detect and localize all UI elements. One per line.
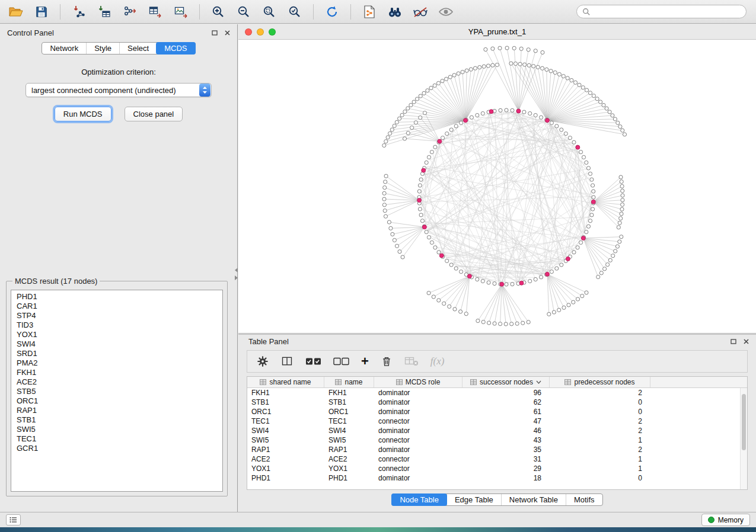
column-type-icon bbox=[470, 379, 477, 385]
mcds-result-item[interactable]: STB5 bbox=[11, 387, 222, 396]
search-input[interactable] bbox=[594, 8, 741, 16]
export-network-button[interactable] bbox=[119, 2, 141, 21]
select-all-columns-button[interactable] bbox=[305, 356, 321, 367]
table-cell: SWI4 bbox=[247, 426, 324, 435]
mcds-result-item[interactable]: ORC1 bbox=[11, 396, 222, 406]
export-web-button[interactable] bbox=[358, 2, 381, 21]
tab-network[interactable]: Network bbox=[42, 43, 86, 54]
vertical-splitter[interactable] bbox=[234, 265, 238, 283]
table-row[interactable]: SWI4SWI4dominator462 bbox=[247, 426, 740, 435]
table-row[interactable]: ORC1ORC1dominator610 bbox=[247, 407, 740, 416]
export-image-button[interactable] bbox=[170, 2, 192, 21]
control-panel-tabbar: Network Style Select MCDS bbox=[42, 42, 195, 55]
table-cell: 35 bbox=[462, 445, 550, 454]
float-window-icon bbox=[731, 339, 736, 344]
column-header-shared-name[interactable]: shared name bbox=[247, 377, 324, 387]
create-column-button[interactable]: + bbox=[361, 356, 369, 367]
apply-layout-button[interactable] bbox=[321, 2, 343, 21]
collapse-right-icon bbox=[235, 275, 238, 280]
column-header-mcds-role[interactable]: MCDS role bbox=[374, 377, 462, 387]
minimize-window-button[interactable] bbox=[257, 28, 264, 36]
function-builder-button[interactable]: f(x) bbox=[430, 355, 445, 367]
table-row[interactable]: TEC1TEC1connector472 bbox=[247, 416, 740, 426]
close-mcds-panel-button[interactable]: Close panel bbox=[125, 107, 183, 121]
tab-motifs[interactable]: Motifs bbox=[566, 494, 602, 505]
find-network-button[interactable] bbox=[384, 2, 406, 21]
mcds-result-item[interactable]: FKH1 bbox=[11, 368, 222, 377]
import-network-icon bbox=[72, 5, 86, 19]
table-row[interactable]: YOX1YOX1connector291 bbox=[247, 464, 740, 473]
tab-network-table[interactable]: Network Table bbox=[501, 494, 566, 505]
table-toolbar: + f(x) bbox=[247, 350, 748, 373]
memory-button[interactable]: Memory bbox=[701, 514, 750, 526]
mcds-result-item[interactable]: PHD1 bbox=[11, 292, 222, 302]
mcds-result-item[interactable]: SRD1 bbox=[11, 349, 222, 358]
maximize-window-button[interactable] bbox=[269, 28, 276, 36]
mcds-result-item[interactable]: TEC1 bbox=[11, 434, 222, 444]
open-session-button[interactable] bbox=[5, 2, 27, 21]
mcds-result-item[interactable]: STB1 bbox=[11, 415, 222, 425]
run-mcds-button[interactable]: Run MCDS bbox=[55, 107, 111, 121]
table-scrollbar-thumb[interactable] bbox=[742, 394, 746, 450]
table-cell-filler bbox=[650, 388, 740, 398]
tab-mcds[interactable]: MCDS bbox=[156, 42, 195, 55]
table-row[interactable]: STB1STB1dominator620 bbox=[247, 398, 740, 407]
table-row[interactable]: FKH1FKH1dominator962 bbox=[247, 388, 740, 398]
show-columns-button[interactable] bbox=[280, 355, 294, 367]
zoom-selected-button[interactable] bbox=[283, 2, 306, 21]
tab-edge-table[interactable]: Edge Table bbox=[446, 494, 501, 505]
toolbar-search bbox=[576, 5, 747, 18]
toggle-graphics-details-button[interactable] bbox=[409, 2, 432, 21]
table-panel-tabbar: Node Table Edge Table Network Table Moti… bbox=[391, 493, 602, 506]
import-network-button[interactable] bbox=[68, 2, 90, 21]
mcds-result-item[interactable]: STP4 bbox=[11, 311, 222, 321]
mcds-result-item[interactable]: SWI5 bbox=[11, 425, 222, 434]
table-row[interactable]: ACE2ACE2connector311 bbox=[247, 454, 740, 464]
mcds-result-item[interactable]: ACE2 bbox=[11, 377, 222, 387]
table-cell: 61 bbox=[462, 407, 550, 416]
tab-style[interactable]: Style bbox=[86, 43, 119, 54]
mcds-result-item[interactable]: GCR1 bbox=[11, 444, 222, 453]
mcds-result-item[interactable]: SWI4 bbox=[11, 339, 222, 349]
zoom-in-button[interactable] bbox=[207, 2, 229, 21]
zoom-out-button[interactable] bbox=[232, 2, 255, 21]
mcds-result-list[interactable]: PHD1CAR1STP4TID3YOX1SWI4SRD1PMA2FKH1ACE2… bbox=[11, 290, 223, 492]
column-header-predecessor-nodes[interactable]: predecessor nodes bbox=[550, 377, 650, 387]
status-menu-button[interactable] bbox=[6, 514, 21, 525]
float-table-panel-button[interactable] bbox=[731, 339, 736, 344]
mcds-result-item[interactable]: TID3 bbox=[11, 321, 222, 330]
mcds-result-item[interactable]: RAP1 bbox=[11, 406, 222, 415]
table-row[interactable]: SWI5SWI5connector431 bbox=[247, 435, 740, 445]
table-scrollbar[interactable] bbox=[740, 388, 747, 489]
close-table-panel-button[interactable] bbox=[744, 339, 749, 344]
show-hide-button[interactable] bbox=[435, 2, 457, 21]
unselect-all-columns-button[interactable] bbox=[333, 356, 349, 367]
tab-node-table[interactable]: Node Table bbox=[391, 493, 447, 506]
tab-select[interactable]: Select bbox=[119, 43, 157, 54]
import-table-button[interactable] bbox=[93, 2, 116, 21]
optimization-criterion-select[interactable]: largest connected component (undirected) bbox=[25, 83, 212, 97]
mcds-result-title: MCDS result (17 nodes) bbox=[12, 277, 100, 286]
mcds-result-item[interactable]: PMA2 bbox=[11, 358, 222, 368]
table-cell: YOX1 bbox=[324, 464, 374, 473]
float-panel-button[interactable] bbox=[212, 30, 218, 36]
table-row[interactable]: RAP1RAP1dominator352 bbox=[247, 445, 740, 454]
table-cell: SWI5 bbox=[247, 435, 324, 445]
export-table-button[interactable] bbox=[144, 2, 167, 21]
network-canvas[interactable] bbox=[238, 40, 756, 333]
close-panel-button[interactable] bbox=[225, 30, 230, 36]
save-session-button[interactable] bbox=[30, 2, 53, 21]
mcds-result-item[interactable]: CAR1 bbox=[11, 302, 222, 311]
table-settings-button[interactable] bbox=[257, 355, 269, 367]
table-cell-filler bbox=[650, 435, 740, 445]
column-header-successor-nodes[interactable]: successor nodes bbox=[462, 377, 550, 387]
table-cell-filler bbox=[650, 454, 740, 464]
table-panel-title: Table Panel bbox=[248, 337, 289, 346]
delete-table-button[interactable] bbox=[404, 356, 419, 367]
zoom-fit-button[interactable] bbox=[258, 2, 280, 21]
delete-column-button[interactable] bbox=[381, 355, 393, 367]
mcds-result-item[interactable]: YOX1 bbox=[11, 330, 222, 339]
column-header-name[interactable]: name bbox=[324, 377, 374, 387]
close-window-button[interactable] bbox=[245, 28, 252, 36]
table-row[interactable]: PHD1PHD1dominator180 bbox=[247, 473, 740, 483]
